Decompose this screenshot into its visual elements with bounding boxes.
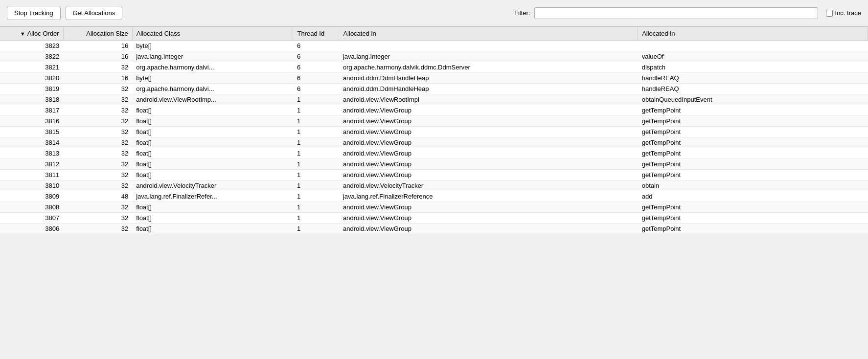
col-header-allocated-in-2[interactable]: Allocated in [638, 27, 868, 41]
table-cell: 3806 [0, 224, 63, 234]
table-cell: float[] [132, 224, 293, 234]
table-body: 382316byte[]6382216java.lang.Integer6jav… [0, 41, 868, 234]
table-cell: 6 [293, 41, 339, 51]
table-cell: 32 [63, 170, 132, 180]
table-cell: android.view.ViewGroup [339, 127, 638, 137]
table-cell: 3814 [0, 137, 63, 148]
table-cell: 6 [293, 51, 339, 62]
sort-arrow-icon: ▼ [20, 31, 25, 37]
inc-trace-label: Inc. trace [835, 9, 861, 17]
table-cell: org.apache.harmony.dalvik.ddmc.DdmServer [339, 62, 638, 73]
table-cell: 1 [293, 170, 339, 180]
table-row[interactable]: 381932org.apache.harmony.dalvi...6androi… [0, 84, 868, 94]
table-cell: 32 [63, 62, 132, 73]
table-cell: obtainQueuedInputEvent [638, 94, 868, 105]
table-cell: dispatch [638, 62, 868, 73]
table-cell: 32 [63, 224, 132, 234]
table-cell: 6 [293, 62, 339, 73]
table-row[interactable]: 382132org.apache.harmony.dalvi...6org.ap… [0, 62, 868, 73]
table-cell: 6 [293, 84, 339, 94]
table-cell: getTempPoint [638, 159, 868, 170]
table-cell: android.view.ViewGroup [339, 137, 638, 148]
table-row[interactable]: 381632float[]1android.view.ViewGroupgetT… [0, 116, 868, 127]
table-cell: 1 [293, 213, 339, 224]
table-cell: getTempPoint [638, 170, 868, 180]
table-row[interactable]: 382216java.lang.Integer6java.lang.Intege… [0, 51, 868, 62]
table-cell: float[] [132, 202, 293, 213]
table-cell: 32 [63, 127, 132, 137]
table-row[interactable]: 381732float[]1android.view.ViewGroupgetT… [0, 105, 868, 116]
table-cell: getTempPoint [638, 105, 868, 116]
col-header-allocated-in-1[interactable]: Allocated in [339, 27, 638, 41]
table-cell: 32 [63, 213, 132, 224]
stop-tracking-button[interactable]: Stop Tracking [7, 6, 61, 20]
table-row[interactable]: 380832float[]1android.view.ViewGroupgetT… [0, 202, 868, 213]
table-cell: 32 [63, 137, 132, 148]
table-cell: 1 [293, 202, 339, 213]
table-row[interactable]: 382016byte[]6android.ddm.DdmHandleHeapha… [0, 73, 868, 84]
table-cell: java.lang.ref.FinalizerRefer... [132, 191, 293, 202]
table-cell: 3818 [0, 94, 63, 105]
table-cell: 1 [293, 94, 339, 105]
table-cell: java.lang.ref.FinalizerReference [339, 191, 638, 202]
table-row[interactable]: 380732float[]1android.view.ViewGroupgetT… [0, 213, 868, 224]
table-cell: 32 [63, 116, 132, 127]
col-header-thread-id[interactable]: Thread Id [293, 27, 339, 41]
table-cell: 3812 [0, 159, 63, 170]
allocations-table: ▼Alloc Order Allocation Size Allocated C… [0, 26, 868, 234]
table-cell: getTempPoint [638, 127, 868, 137]
table-cell: getTempPoint [638, 224, 868, 234]
table-cell: android.view.VelocityTracker [132, 180, 293, 191]
table-row[interactable]: 380948java.lang.ref.FinalizerRefer...1ja… [0, 191, 868, 202]
table-cell: float[] [132, 105, 293, 116]
table-cell: 32 [63, 84, 132, 94]
table-row[interactable]: 381832android.view.ViewRootImp...1androi… [0, 94, 868, 105]
table-cell: java.lang.Integer [132, 51, 293, 62]
inc-trace-checkbox[interactable] [826, 10, 833, 17]
table-cell: 16 [63, 41, 132, 51]
table-cell: 3817 [0, 105, 63, 116]
table-cell: 3822 [0, 51, 63, 62]
get-allocations-button[interactable]: Get Allocations [66, 6, 123, 20]
table-cell: 3809 [0, 191, 63, 202]
table-cell: float[] [132, 137, 293, 148]
table-cell: 32 [63, 202, 132, 213]
table-cell: 1 [293, 159, 339, 170]
filter-section: Filter: Inc. trace [514, 7, 861, 19]
table-cell: 1 [293, 224, 339, 234]
table-cell: float[] [132, 159, 293, 170]
table-cell: 16 [63, 73, 132, 84]
table-header-row: ▼Alloc Order Allocation Size Allocated C… [0, 27, 868, 41]
table-cell: android.view.ViewGroup [339, 105, 638, 116]
col-header-allocation-size[interactable]: Allocation Size [63, 27, 132, 41]
filter-input[interactable] [534, 7, 818, 19]
table-cell: 3821 [0, 62, 63, 73]
table-cell: android.view.ViewGroup [339, 148, 638, 159]
table-cell: 3813 [0, 148, 63, 159]
table-row[interactable]: 380632float[]1android.view.ViewGroupgetT… [0, 224, 868, 234]
table-cell: 6 [293, 73, 339, 84]
filter-label: Filter: [514, 9, 530, 17]
table-cell: handleREAQ [638, 73, 868, 84]
table-cell: getTempPoint [638, 148, 868, 159]
table-row[interactable]: 381332float[]1android.view.ViewGroupgetT… [0, 148, 868, 159]
table-cell: android.view.ViewRootImp... [132, 94, 293, 105]
table-cell: android.view.VelocityTracker [339, 180, 638, 191]
table-row[interactable]: 382316byte[]6 [0, 41, 868, 51]
table-row[interactable]: 381432float[]1android.view.ViewGroupgetT… [0, 137, 868, 148]
table-cell: android.view.ViewGroup [339, 170, 638, 180]
table-cell: 3811 [0, 170, 63, 180]
table-row[interactable]: 381032android.view.VelocityTracker1andro… [0, 180, 868, 191]
table-row[interactable]: 381532float[]1android.view.ViewGroupgetT… [0, 127, 868, 137]
table-row[interactable]: 381232float[]1android.view.ViewGroupgetT… [0, 159, 868, 170]
inc-trace-section: Inc. trace [826, 9, 861, 17]
table-cell: java.lang.Integer [339, 51, 638, 62]
table-cell: android.view.ViewGroup [339, 159, 638, 170]
col-header-allocated-class[interactable]: Allocated Class [132, 27, 293, 41]
table-cell: 3820 [0, 73, 63, 84]
table-cell: 1 [293, 180, 339, 191]
col-header-alloc-order[interactable]: ▼Alloc Order [0, 27, 63, 41]
table-cell: 3807 [0, 213, 63, 224]
table-cell: byte[] [132, 41, 293, 51]
table-row[interactable]: 381132float[]1android.view.ViewGroupgetT… [0, 170, 868, 180]
